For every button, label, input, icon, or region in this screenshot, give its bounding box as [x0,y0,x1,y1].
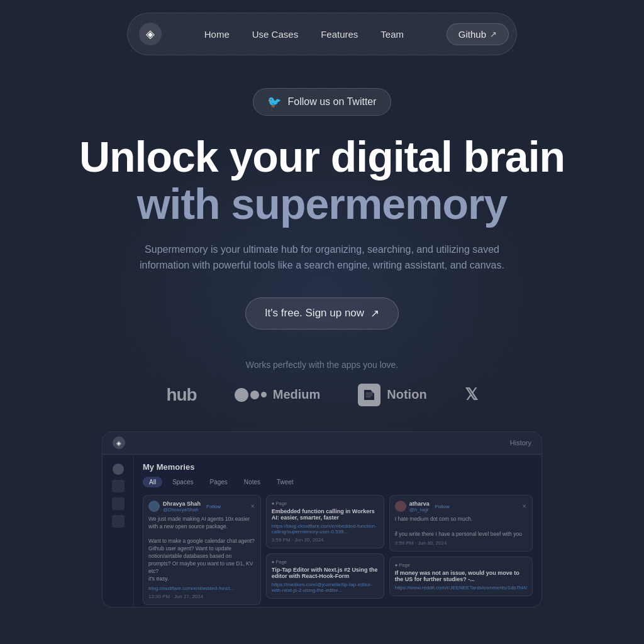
card1-avatar [148,501,160,512]
hero-subtitle: Supermemory is your ultimate hub for org… [140,242,504,274]
card1-username: Dhravya Shah [163,501,201,507]
notion-label: Notion [387,387,426,402]
medium-dots-icon [235,388,267,402]
navbar: ◈ Home Use Cases Features Team Github ↗ [127,13,517,55]
card4-header: atharva @h_tagr Follow ✕ [395,501,527,513]
card4-avatar [395,501,406,512]
card4-close-icon[interactable]: ✕ [522,503,527,509]
notion-icon [358,384,380,406]
card3-tag: ● Page [272,559,379,565]
nav-links: Home Use Cases Features Team [196,25,413,43]
preview-card-col2: ● Page Embedded function calling in Work… [266,495,384,605]
cta-button[interactable]: It's free. Sign up now ↗ [245,297,399,330]
preview-logo: ◈ [113,436,125,449]
twitter-icon: 🐦 [267,95,281,109]
preview-card-page-1: ● Page Embedded function calling in Work… [266,495,384,548]
github-logo: hub [166,385,196,405]
card4-username: atharva [409,501,430,507]
github-label: Github [458,29,486,40]
preview-card-tweet-2: atharva @h_tagr Follow ✕ I hate medium d… [389,495,533,552]
nav-logo: ◈ [139,23,162,45]
preview-history-label: History [510,439,531,447]
tab-spaces[interactable]: Spaces [166,477,199,487]
sidebar-icon-1 [112,480,125,492]
preview-topbar: ◈ History [103,432,541,455]
cta-arrow-icon: ↗ [370,307,379,320]
card1-time: 12:30 PM · Jun 27, 2024 [148,594,255,599]
preview-content: My Memories All Spaces Pages Notes Tweet [103,455,541,608]
preview-card-page-3: ● Page If money was not an issue, would … [389,557,533,596]
github-button[interactable]: Github ↗ [447,23,509,45]
cta-label: It's free. Sign up now [265,307,364,319]
card5-title: If money was not an issue, would you mov… [395,570,527,582]
nav-home[interactable]: Home [196,25,238,43]
app-preview: ◈ History My Memories All Spaces Pages N… [102,431,542,608]
notion-logo: Notion [358,384,426,406]
works-with-label: Works perfectly with the apps you love. [246,360,399,370]
card1-handle: @DhravyaShah [163,507,201,513]
nav-team[interactable]: Team [372,25,413,43]
preview-section-title: My Memories [143,462,533,472]
card4-handle: @h_tagr [409,507,430,513]
preview-tabs: All Spaces Pages Notes Tweet [143,477,533,487]
nav-use-cases[interactable]: Use Cases [243,25,307,43]
card3-link[interactable]: https://medium.com/@jcornelie/tip-tap-ed… [272,582,379,593]
preview-cards-grid: Dhravya Shah @DhravyaShah Follow ✕ We ju… [143,495,533,605]
hero-line2: with supermemory [79,180,565,228]
twitter-x-logo: 𝕏 [465,385,478,404]
card1-link[interactable]: blog.cloudflare.com/embedded-funct... [148,586,255,591]
card5-tag: ● Page [395,562,527,568]
card2-title: Embedded function calling in Workers AI:… [272,508,379,521]
card1-header: Dhravya Shah @DhravyaShah Follow ✕ [148,501,255,513]
twitter-follow-label: Follow us on Twitter [287,96,376,108]
sidebar-icon-2 [112,497,125,510]
tab-all[interactable]: All [143,477,162,487]
preview-card-col3: atharva @h_tagr Follow ✕ I hate medium d… [389,495,533,605]
card5-link[interactable]: https://www.reddit.com/r/JEENEETards/com… [395,585,527,591]
external-link-icon: ↗ [490,30,497,39]
tab-tweet[interactable]: Tweet [270,477,300,487]
preview-card-page-2: ● Page Tip-Tap Editor with Next.js #2 Us… [266,553,384,599]
preview-main: My Memories All Spaces Pages Notes Tweet [134,455,541,608]
card2-time: 3:59 PM · Jun 30, 2024 [272,537,379,543]
hero-line1: Unlock your digital brain [79,133,565,180]
hero-title: Unlock your digital brain with supermemo… [79,133,565,228]
card4-text: I hate medium dot com so much.if you wri… [395,516,527,538]
tab-pages[interactable]: Pages [203,477,233,487]
card2-tag: ● Page [272,501,379,506]
card1-follow[interactable]: Follow [206,504,221,509]
preview-card-tweet-1: Dhravya Shah @DhravyaShah Follow ✕ We ju… [143,495,261,605]
card3-title: Tip-Tap Editor with Next.js #2 Using the… [272,567,379,579]
sidebar-icon-home [113,464,124,475]
card1-text: We just made making AI agents 10x easier… [148,516,255,583]
card1-close-icon[interactable]: ✕ [250,503,255,509]
card2-link[interactable]: https://blog.cloudflare.com/embedded-fun… [272,523,379,535]
twitter-follow-button[interactable]: 🐦 Follow us on Twitter [253,88,391,116]
logos-row: hub Medium Notion 𝕏 [166,384,477,406]
card4-follow[interactable]: Follow [435,504,450,509]
medium-logo: Medium [235,387,321,402]
nav-features[interactable]: Features [312,25,367,43]
preview-sidebar [103,455,134,608]
sidebar-icon-3 [112,515,125,528]
card4-time: 3:59 PM · Jun 30, 2024 [395,540,527,546]
tab-notes[interactable]: Notes [238,477,267,487]
